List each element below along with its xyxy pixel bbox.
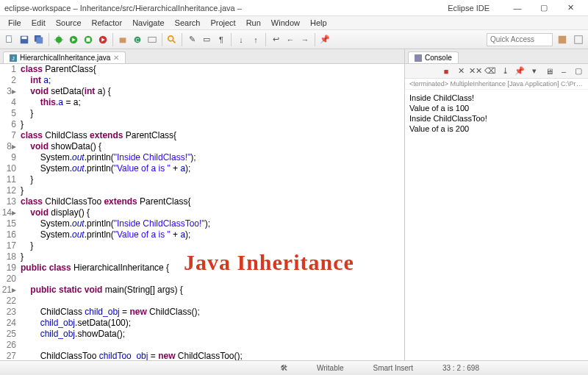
code-editor[interactable]: 1class ParentClass{2 int a;3▸ void setDa… [0, 64, 404, 360]
code-line[interactable]: 24 child_obj.setData(100); [0, 318, 404, 329]
pin-console-icon[interactable]: 📌 [513, 65, 526, 78]
remove-all-icon[interactable]: ✕✕ [469, 65, 482, 78]
quick-access-input[interactable] [487, 33, 553, 46]
code-line[interactable]: 20 [0, 274, 404, 285]
console-output[interactable]: Inside ChildClass!Value of a is 100Insid… [405, 90, 588, 360]
code-line[interactable]: 5 } [0, 108, 404, 119]
code-line[interactable]: 4 this.a = a; [0, 97, 404, 108]
svg-text:J: J [12, 56, 15, 61]
open-type-icon[interactable] [146, 33, 159, 46]
code-line[interactable]: 18} [0, 251, 404, 262]
remove-launch-icon[interactable]: ✕ [454, 65, 467, 78]
code-line[interactable]: 17 } [0, 240, 404, 251]
prev-annotation-icon[interactable]: ↑ [249, 33, 262, 46]
code-line[interactable]: 19public class HierarchicalInheritance { [0, 262, 404, 274]
external-tools-icon[interactable] [96, 33, 110, 46]
search-icon[interactable] [165, 33, 179, 46]
code-line[interactable]: 23 ChildClass child_obj = new ChildClass… [0, 307, 404, 318]
menu-file[interactable]: File [3, 17, 26, 29]
build-icon: 🛠 [280, 364, 287, 372]
line-number: 9 [0, 152, 21, 163]
menu-source[interactable]: Source [51, 17, 87, 29]
code-line[interactable]: 2 int a; [0, 75, 404, 86]
toggle-mark-icon[interactable]: ✎ [185, 33, 198, 46]
close-tab-icon[interactable]: ✕ [113, 54, 119, 62]
code-line[interactable]: 1class ParentClass{ [0, 64, 404, 75]
menu-project[interactable]: Project [205, 17, 240, 29]
code-line[interactable]: 14▸ void display() { [0, 207, 404, 218]
code-line[interactable]: 21▸ public static void main(String[] arg… [0, 285, 404, 296]
toolbar-separator [162, 33, 162, 46]
code-line[interactable]: 10 System.out.println("Value of a is " +… [0, 163, 404, 174]
back-icon[interactable]: ← [284, 33, 297, 46]
new-package-icon[interactable] [116, 33, 129, 46]
save-icon[interactable] [18, 33, 31, 46]
scroll-lock-icon[interactable]: ⤓ [498, 65, 512, 78]
line-number: 5 [0, 108, 21, 119]
code-line[interactable]: 8▸ void showData() { [0, 141, 404, 152]
code-line[interactable]: 12} [0, 185, 404, 196]
code-line[interactable]: 15 System.out.println("Inside ChildClass… [0, 218, 404, 229]
code-line[interactable]: 26 [0, 340, 404, 351]
forward-icon[interactable]: → [298, 33, 312, 46]
minimize-button[interactable]: — [504, 4, 531, 12]
coverage-icon[interactable] [82, 33, 95, 46]
clear-console-icon[interactable]: ⌫ [484, 65, 497, 78]
minimize-view-icon[interactable]: – [557, 65, 570, 78]
code-line[interactable]: 6} [0, 119, 404, 130]
show-whitespace-icon[interactable]: ¶ [215, 33, 228, 46]
line-content: System.out.println("Inside ChildClass!")… [21, 152, 404, 163]
line-content: class ChildClassToo extends ParentClass{ [21, 196, 404, 207]
menu-help[interactable]: Help [305, 17, 332, 29]
toolbar-separator [49, 33, 49, 46]
terminate-icon[interactable]: ■ [440, 65, 453, 78]
last-edit-icon[interactable]: ↩ [269, 33, 282, 46]
menu-run[interactable]: Run [241, 17, 266, 29]
save-all-icon[interactable] [32, 33, 46, 46]
maximize-view-icon[interactable]: ▢ [572, 65, 585, 78]
svg-point-15 [168, 35, 173, 40]
run-icon[interactable] [67, 33, 80, 46]
menu-refactor[interactable]: Refactor [87, 17, 128, 29]
perspective-java-icon[interactable] [556, 33, 569, 46]
menu-search[interactable]: Search [170, 17, 206, 29]
line-number: 12 [0, 185, 21, 196]
pin-icon[interactable]: 📌 [318, 33, 331, 46]
debug-icon[interactable] [52, 33, 65, 46]
code-line[interactable]: 25 child_obj.showData(); [0, 329, 404, 340]
svg-rect-9 [86, 38, 90, 41]
display-select-icon[interactable]: ▾ [528, 65, 541, 78]
line-content: child_obj.showData(); [21, 329, 404, 340]
code-line[interactable]: 16 System.out.println("Value of a is " +… [0, 229, 404, 240]
close-button[interactable]: ✕ [557, 3, 584, 12]
line-content: System.out.println("Inside ChildClassToo… [21, 218, 404, 229]
line-number: 3▸ [0, 86, 21, 97]
toolbar-separator [231, 33, 232, 46]
menu-edit[interactable]: Edit [26, 17, 51, 29]
open-console-icon[interactable]: 🖥 [542, 65, 556, 78]
open-perspective-icon[interactable] [572, 33, 585, 46]
line-number: 21▸ [0, 285, 21, 296]
code-line[interactable]: 27 ChildClassToo childToo_obj = new Chil… [0, 351, 404, 360]
code-line[interactable]: 22 [0, 296, 404, 307]
menu-window[interactable]: Window [266, 17, 305, 29]
code-line[interactable]: 3▸ void setData(int a) { [0, 86, 404, 97]
code-line[interactable]: 7class ChildClass extends ParentClass{ [0, 130, 404, 141]
code-line[interactable]: 11 } [0, 174, 404, 185]
maximize-button[interactable]: ▢ [531, 3, 557, 12]
new-class-icon[interactable]: C [131, 33, 144, 46]
code-line[interactable]: 9 System.out.println("Inside ChildClass!… [0, 152, 404, 163]
toggle-block-icon[interactable]: ▭ [200, 33, 213, 46]
line-content: ChildClassToo childToo_obj = new ChildCl… [21, 351, 404, 360]
editor-tab[interactable]: J HierarchicalInheritance.java ✕ [3, 51, 126, 63]
line-content: } [21, 251, 404, 262]
next-annotation-icon[interactable]: ↓ [234, 33, 248, 46]
menu-navigate[interactable]: Navigate [127, 17, 169, 29]
java-file-icon: J [10, 54, 17, 62]
code-line[interactable]: 13class ChildClassToo extends ParentClas… [0, 196, 404, 207]
window-titlebar: eclipse-workspace – Inheritance/src/Hier… [0, 0, 588, 16]
console-tab[interactable]: Console [408, 51, 459, 63]
new-icon[interactable] [3, 33, 16, 46]
editor-tab-label: HierarchicalInheritance.java [20, 54, 110, 62]
console-pane: Console ■ ✕ ✕✕ ⌫ ⤓ 📌 ▾ 🖥 – ▢ <terminated… [404, 49, 588, 360]
